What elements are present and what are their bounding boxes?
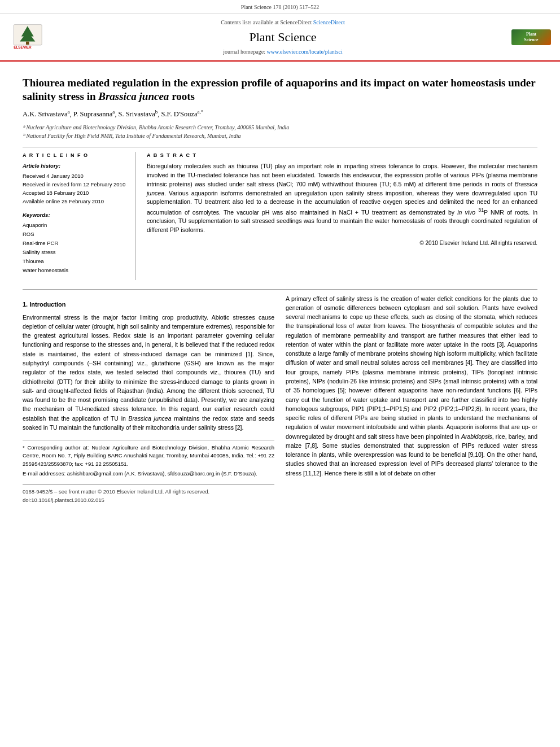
elsevier-logo-svg: ELSEVIER — [9, 22, 54, 50]
keyword-realtime-pcr: Real-time PCR — [23, 239, 126, 248]
abstract-title: A B S T R A C T — [147, 152, 537, 159]
keyword-water-homeostasis: Water homeostasis — [23, 266, 126, 275]
journal-title: Plant Science — [54, 29, 511, 46]
article-history: Article history: Received 4 January 2010… — [23, 162, 126, 206]
affiliations: ᵃ Nuclear Agriculture and Biotechnology … — [23, 123, 537, 140]
right-para-1: A primary effect of salinity stress is t… — [286, 294, 537, 478]
journal-center: Contents lists available at ScienceDirec… — [54, 19, 511, 56]
copyright: © 2010 Elsevier Ireland Ltd. All rights … — [147, 239, 537, 247]
contents-line: Contents lists available at ScienceDirec… — [54, 19, 511, 27]
journal-citation: Plant Science 178 (2010) 517–522 — [241, 4, 319, 10]
keyword-ros: ROS — [23, 230, 126, 239]
article-info: A R T I C L E I N F O Article history: R… — [23, 152, 135, 280]
authors: A.K. Srivastavaa, P. Suprasannaa, S. Sri… — [23, 108, 537, 120]
doi-text: doi:10.1016/j.plantsci.2010.02.015 — [23, 496, 274, 505]
keyword-aquaporin: Aquaporin — [23, 221, 126, 230]
received-date: Received 4 January 2010 — [23, 172, 126, 180]
keywords-label: Keywords: — [23, 211, 126, 219]
body-columns: 1. Introduction Environmental stress is … — [23, 294, 537, 505]
top-bar: Plant Science 178 (2010) 517–522 — [0, 0, 560, 14]
article-title: Thiourea mediated regulation in the expr… — [23, 76, 537, 104]
journal-header: ELSEVIER Contents lists available at Sci… — [0, 14, 560, 62]
divider-1 — [23, 147, 537, 147]
footnote-corresponding: * Corresponding author at: Nuclear Agric… — [23, 444, 274, 468]
journal-logo-right: Plant Science — [511, 29, 551, 46]
accepted-date: Accepted 18 February 2010 — [23, 189, 126, 197]
keyword-salinity: Salinity stress — [23, 248, 126, 257]
science-direct-link[interactable]: ScienceDirect — [313, 19, 345, 25]
keywords-section: Keywords: Aquaporin ROS Real-time PCR Sa… — [23, 211, 126, 275]
elsevier-logo: ELSEVIER — [9, 22, 54, 53]
bottom-bar: 0168-9452/$ – see front matter © 2010 El… — [23, 484, 274, 504]
available-online-date: Available online 25 February 2010 — [23, 197, 126, 206]
issn-text: 0168-9452/$ – see front matter © 2010 El… — [23, 488, 274, 496]
keyword-thiourea: Thiourea — [23, 257, 126, 266]
history-label: Article history: — [23, 162, 126, 169]
abstract-section: A B S T R A C T Bioregulatory molecules … — [147, 152, 537, 280]
intro-heading: 1. Introduction — [23, 300, 274, 309]
article-info-title: A R T I C L E I N F O — [23, 152, 126, 159]
affiliation-b: ᵇ National Facility for High Field NMR, … — [23, 132, 537, 140]
journal-homepage-link[interactable]: www.elsevier.com/locate/plantsci — [266, 49, 342, 55]
main-content: Thiourea mediated regulation in the expr… — [0, 62, 560, 512]
left-column: 1. Introduction Environmental stress is … — [23, 294, 274, 505]
footnotes: * Corresponding author at: Nuclear Agric… — [23, 440, 274, 478]
divider-2 — [23, 289, 537, 290]
right-column: A primary effect of salinity stress is t… — [286, 294, 537, 505]
plant-science-badge: Plant Science — [511, 29, 551, 46]
affiliation-a: ᵃ Nuclear Agriculture and Biotechnology … — [23, 123, 537, 132]
svg-text:ELSEVIER: ELSEVIER — [14, 45, 32, 49]
journal-homepage: journal homepage: www.elsevier.com/locat… — [54, 48, 511, 56]
intro-para-1: Environmental stress is the major factor… — [23, 313, 274, 432]
svg-rect-3 — [26, 41, 29, 44]
abstract-text: Bioregulatory molecules such as thiourea… — [147, 162, 537, 235]
footnote-email: E-mail addresses: ashishbarc@gmail.com (… — [23, 470, 274, 478]
revised-date: Received in revised form 12 February 201… — [23, 180, 126, 189]
info-abstract: A R T I C L E I N F O Article history: R… — [23, 152, 537, 280]
